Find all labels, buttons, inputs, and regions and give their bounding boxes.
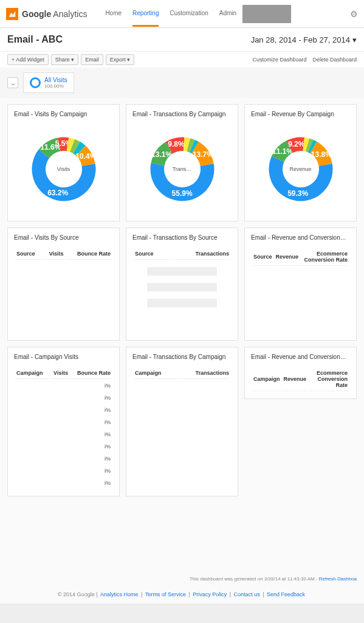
chevron-down-icon: ▾ [352,35,357,44]
brand-google: Google [22,9,51,19]
footer-note: This dashboard was generated on 2/28/14 … [0,573,364,585]
table-row: i% [15,441,112,452]
footer-link-privacy[interactable]: Privacy Policy [193,591,227,597]
col-bounce-rate: Bounce Rate [70,367,112,379]
widget-title: Email - Campaign Visits [14,353,113,360]
widget-title: Email - Visits By Source [14,234,113,241]
col-bounce-rate: Bounce Rate [66,248,112,260]
brand-text: Google Analytics [22,9,87,19]
donut-center-label: Revenue [289,166,311,172]
account-placeholder [242,5,291,23]
widget-transactions-by-campaign: Email - Transactions By Campaign 55.9%13… [126,104,238,221]
top-header: Google Analytics Home Reporting Customiz… [0,0,364,28]
refresh-dashboard-link[interactable]: Refresh Dashboa [319,576,357,582]
svg-text:11.1%: 11.1% [272,147,293,156]
donut-chart: 55.9%13.1%9.8%13.7% Trans… [132,124,232,215]
dashboard-toolbar: + Add Widget Share ▾ Email Export ▾ Cust… [0,51,364,68]
donut-center-label: Visits [57,166,70,172]
email-button[interactable]: Email [81,54,103,65]
footer-link-feedback[interactable]: Send Feedback [267,591,305,597]
placeholder-bar [147,267,216,276]
widget-title: Email - Transactions By Campaign [132,353,232,360]
widget-campaign-visits: Email - Campaign Visits Campaign Visits … [7,347,120,496]
widget-revenue-conversion-by-campaign: Email - Revenue and Conversion… Campaign… [244,347,357,399]
segment-expand-button[interactable]: ⌄ [7,77,18,88]
svg-text:59.3%: 59.3% [287,189,308,198]
table-row: i% [15,392,112,403]
col-campaign: Campaign [15,367,49,379]
col-visits: Visits [43,248,65,260]
table-row: i% [15,380,112,391]
col-conversion-rate: Ecommerce Conversion Rate [301,248,349,266]
delete-dashboard-link[interactable]: Delete Dashboard [312,57,357,63]
col-campaign: Campaign [134,367,176,379]
col-conversion-rate: Ecommerce Conversion Rate [309,367,349,391]
segment-circle-icon [30,77,41,88]
export-button[interactable]: Export ▾ [106,54,135,65]
share-button[interactable]: Share ▾ [51,54,79,65]
customize-dashboard-link[interactable]: Customize Dashboard [252,57,306,63]
data-table: Campaign Visits Bounce Rate i%i%i%i%i%i%… [14,366,113,490]
col-transactions: Transactions [170,248,230,260]
nav-admin[interactable]: Admin [219,1,236,27]
col-revenue: Revenue [283,367,308,391]
dashboard-body: Email - Visits By Campaign 63.2%11.6%5.5… [0,98,364,573]
footer-note-text: This dashboard was generated on 2/28/14 … [190,576,319,582]
svg-text:10.4%: 10.4% [75,152,96,161]
widget-visits-by-campaign: Email - Visits By Campaign 63.2%11.6%5.5… [7,104,120,221]
widget-title: Email - Revenue and Conversion… [251,234,350,241]
date-range-text: Jan 28, 2014 - Feb 27, 2014 [251,35,350,44]
widget-title: Email - Transactions By Source [132,234,232,241]
col-source: Source [252,248,273,266]
footer-link-tos[interactable]: Terms of Service [145,591,186,597]
table-row: i% [15,478,112,489]
segment-bar: ⌄ All Visits 100.00% [0,68,364,98]
date-range-picker[interactable]: Jan 28, 2014 - Feb 27, 2014 ▾ [251,35,357,44]
data-table: Campaign Revenue Ecommerce Conversion Ra… [251,366,350,392]
page-footer: © 2014 Google | Analytics Home | Terms o… [0,585,364,604]
svg-text:55.9%: 55.9% [171,189,192,198]
svg-text:9.8%: 9.8% [168,140,185,148]
donut-chart: 63.2%11.6%5.5%10.4% Visits [14,124,113,215]
brand-analytics: Analytics [53,9,87,19]
nav-reporting[interactable]: Reporting [132,1,159,27]
table-row: i% [15,405,112,416]
col-campaign: Campaign [252,367,281,391]
svg-text:9.2%: 9.2% [288,140,305,148]
svg-text:13.7%: 13.7% [192,150,213,159]
nav-customization[interactable]: Customization [170,1,208,27]
data-table: Source Visits Bounce Rate [14,247,113,261]
table-row: i% [15,453,112,464]
footer-link-home[interactable]: Analytics Home [100,591,139,597]
col-source: Source [15,248,42,260]
segment-chip-all-visits[interactable]: All Visits 100.00% [23,72,74,93]
footer-copyright: © 2014 Google [58,591,95,597]
svg-text:13.1%: 13.1% [151,150,172,159]
gear-icon[interactable]: ⚙ [350,9,358,19]
ga-logo [6,8,18,20]
add-widget-button[interactable]: + Add Widget [7,54,49,65]
segment-name: All Visits [44,77,67,83]
table-row: i% [15,417,112,428]
data-table: Campaign Transactions [132,366,232,380]
table-row: i% [15,465,112,476]
data-table: Source Transactions [132,247,232,261]
segment-pct: 100.00% [44,83,67,89]
widget-transactions-by-campaign-table: Email - Transactions By Campaign Campaig… [126,347,238,496]
donut-chart: 59.3%11.1%9.2%13.8% Revenue [251,124,350,215]
placeholder-bar [147,299,216,307]
widget-visits-by-source: Email - Visits By Source Source Visits B… [7,228,120,341]
widget-title: Email - Transactions By Campaign [132,111,232,117]
widget-revenue-conversion-by-source: Email - Revenue and Conversion… Source R… [244,228,357,341]
footer-link-contact[interactable]: Contact us [234,591,260,597]
sub-header: Email - ABC Jan 28, 2014 - Feb 27, 2014 … [0,28,364,51]
widget-revenue-by-campaign: Email - Revenue By Campaign 59.3%11.1%9.… [244,104,357,221]
widget-transactions-by-source: Email - Transactions By Source Source Tr… [126,228,238,341]
nav-home[interactable]: Home [105,1,122,27]
main-nav: Home Reporting Customization Admin [105,1,236,27]
widget-title: Email - Visits By Campaign [14,111,113,117]
col-transactions: Transactions [177,367,230,379]
donut-center-label: Trans… [173,166,192,172]
svg-text:63.2%: 63.2% [47,189,68,197]
widget-title: Email - Revenue and Conversion… [251,353,350,360]
